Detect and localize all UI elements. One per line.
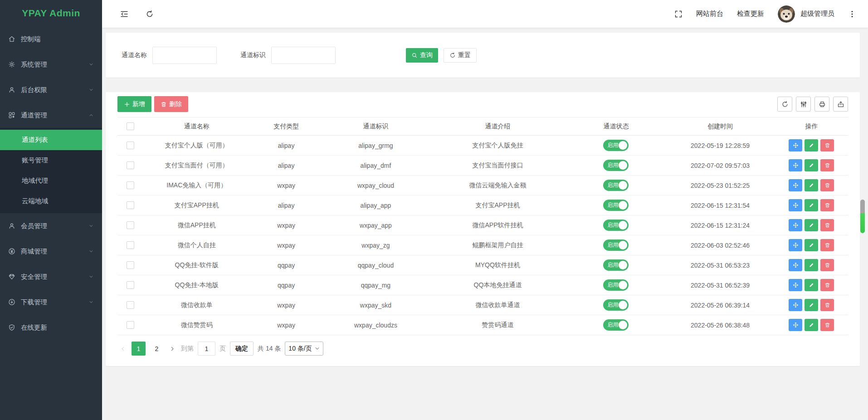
sidebar-item-cloud-region[interactable]: 云端地域 xyxy=(0,191,102,211)
delete-row-button[interactable] xyxy=(820,239,834,251)
move-row-button[interactable] xyxy=(789,139,802,151)
row-checkbox[interactable] xyxy=(127,142,134,149)
edit-row-button[interactable] xyxy=(805,139,818,151)
status-toggle[interactable]: 启用 xyxy=(603,220,629,231)
status-toggle[interactable]: 启用 xyxy=(603,200,629,211)
delete-row-button[interactable] xyxy=(820,159,834,171)
cell-channel-code: alipay_grmg xyxy=(323,136,429,156)
delete-row-button[interactable] xyxy=(820,279,834,291)
row-checkbox[interactable] xyxy=(127,221,134,229)
query-button[interactable]: 查询 xyxy=(406,48,438,63)
content: 通道名称 通道标识 查询 重置 xyxy=(102,28,868,366)
goto-confirm-button[interactable]: 确定 xyxy=(230,342,254,356)
cell-channel-name: IMAC免输入（可用） xyxy=(144,176,250,195)
row-checkbox[interactable] xyxy=(127,281,134,289)
pagination-next[interactable] xyxy=(168,342,177,356)
status-toggle[interactable]: 启用 xyxy=(603,160,629,171)
channel-name-input[interactable] xyxy=(152,47,217,64)
reset-button[interactable]: 重置 xyxy=(444,48,477,63)
edit-row-button[interactable] xyxy=(805,159,818,171)
edit-row-button[interactable] xyxy=(805,259,818,271)
pencil-icon xyxy=(809,282,814,288)
user-menu[interactable]: 超级管理员 xyxy=(778,5,834,23)
move-row-button[interactable] xyxy=(789,259,802,271)
sidebar-item-console[interactable]: 控制端 xyxy=(0,26,102,52)
fullscreen-icon[interactable] xyxy=(674,10,683,18)
refresh-table-button[interactable] xyxy=(777,97,792,112)
row-checkbox[interactable] xyxy=(127,321,134,329)
edit-row-button[interactable] xyxy=(805,199,818,211)
status-label: 启用 xyxy=(603,161,618,169)
printer-icon xyxy=(819,101,826,108)
status-toggle[interactable]: 启用 xyxy=(603,259,629,271)
status-toggle[interactable]: 启用 xyxy=(603,140,629,151)
delete-row-button[interactable] xyxy=(820,259,834,271)
collapse-sidebar-icon[interactable] xyxy=(120,10,128,18)
edit-row-button[interactable] xyxy=(805,299,818,311)
delete-button[interactable]: 删除 xyxy=(154,96,188,112)
status-toggle[interactable]: 启用 xyxy=(603,299,629,311)
row-checkbox[interactable] xyxy=(127,161,134,169)
move-row-button[interactable] xyxy=(789,159,802,171)
delete-row-button[interactable] xyxy=(820,139,834,151)
channel-code-input[interactable] xyxy=(271,47,336,64)
table-header-row: 通道名称 支付类型 通道标识 通道介绍 通道状态 创建时间 操作 xyxy=(117,117,848,136)
delete-row-button[interactable] xyxy=(820,219,834,231)
delete-row-button[interactable] xyxy=(820,179,834,191)
cell-created-time: 2022-05-26 06:39:14 xyxy=(665,295,775,315)
delete-row-button[interactable] xyxy=(820,299,834,311)
add-button[interactable]: 新增 xyxy=(117,96,151,112)
sidebar-item-channel-list[interactable]: 通道列表 xyxy=(0,130,102,150)
status-toggle[interactable]: 启用 xyxy=(603,319,629,331)
move-row-button[interactable] xyxy=(789,299,802,311)
edit-row-button[interactable] xyxy=(805,239,818,251)
move-row-button[interactable] xyxy=(789,199,802,211)
move-row-button[interactable] xyxy=(789,239,802,251)
edit-row-button[interactable] xyxy=(805,279,818,291)
sidebar-item-account-mgmt[interactable]: 账号管理 xyxy=(0,150,102,171)
sidebar-item-channel-mgmt[interactable]: 通道管理 xyxy=(0,103,102,128)
sidebar-item-admin-perms[interactable]: 后台权限 xyxy=(0,77,102,103)
more-menu-icon[interactable] xyxy=(848,10,856,18)
sidebar-item-download-mgmt[interactable]: 下载管理 xyxy=(0,289,102,315)
edit-row-button[interactable] xyxy=(805,319,818,331)
frontend-link[interactable]: 网站前台 xyxy=(696,10,723,18)
sidebar-item-region-agent[interactable]: 地域代理 xyxy=(0,171,102,191)
edit-row-button[interactable] xyxy=(805,179,818,191)
sidebar-item-mall-mgmt[interactable]: 商城管理 xyxy=(0,239,102,264)
status-toggle[interactable]: 启用 xyxy=(603,279,629,291)
status-toggle[interactable]: 启用 xyxy=(603,180,629,191)
status-toggle[interactable]: 启用 xyxy=(603,239,629,251)
goto-page-input[interactable] xyxy=(198,342,215,356)
move-row-button[interactable] xyxy=(789,319,802,331)
print-button[interactable] xyxy=(814,97,829,112)
row-checkbox[interactable] xyxy=(127,181,134,189)
status-label: 启用 xyxy=(603,301,618,309)
check-update-link[interactable]: 检查更新 xyxy=(737,10,764,18)
app-logo: YPAY Admin xyxy=(0,0,102,26)
refresh-page-icon[interactable] xyxy=(146,10,154,18)
pagination-page-2[interactable]: 2 xyxy=(150,342,164,356)
delete-row-button[interactable] xyxy=(820,199,834,211)
move-row-button[interactable] xyxy=(789,279,802,291)
sidebar-item-system[interactable]: 系统管理 xyxy=(0,52,102,77)
sidebar-item-security-mgmt[interactable]: 安全管理 xyxy=(0,264,102,289)
delete-row-button[interactable] xyxy=(820,319,834,331)
row-checkbox[interactable] xyxy=(127,261,134,269)
pagination-prev[interactable] xyxy=(118,342,127,356)
move-row-button[interactable] xyxy=(789,179,802,191)
row-checkbox[interactable] xyxy=(127,301,134,309)
filter-columns-button[interactable] xyxy=(796,97,811,112)
move-row-button[interactable] xyxy=(789,219,802,231)
pagination-page-1[interactable]: 1 xyxy=(132,342,146,356)
row-checkbox[interactable] xyxy=(127,201,134,209)
page-scrollbar[interactable] xyxy=(860,200,865,233)
select-all-checkbox[interactable] xyxy=(127,122,134,130)
sidebar-item-member-mgmt[interactable]: 会员管理 xyxy=(0,213,102,239)
sidebar-item-online-update[interactable]: 在线更新 xyxy=(0,315,102,340)
row-checkbox[interactable] xyxy=(127,241,134,249)
per-page-select[interactable]: 10 条/页 xyxy=(285,342,323,356)
export-button[interactable] xyxy=(833,97,848,112)
edit-row-button[interactable] xyxy=(805,219,818,231)
cell-created-time: 2022-06-03 02:52:46 xyxy=(665,235,775,255)
